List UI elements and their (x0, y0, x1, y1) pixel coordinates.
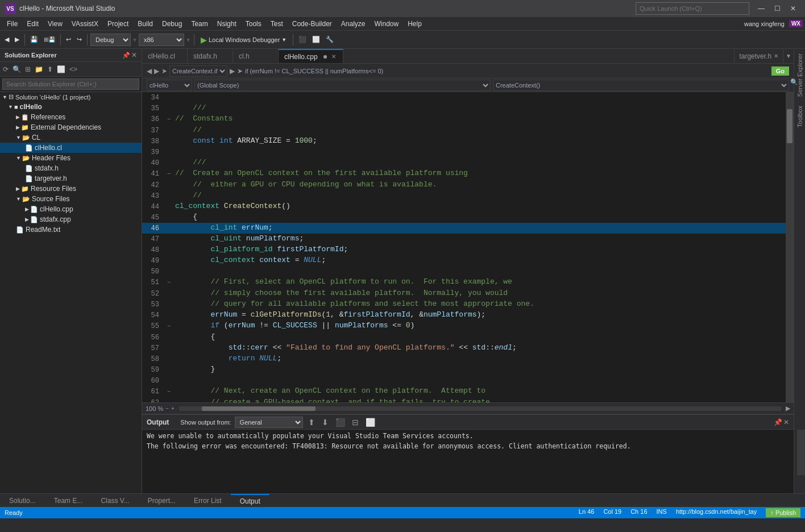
nav-forward-button[interactable]: ▶ (154, 67, 159, 75)
output-btn1[interactable]: ⬆ (306, 418, 317, 427)
maximize-button[interactable]: ☐ (770, 3, 785, 14)
menu-help[interactable]: Help (403, 19, 426, 29)
se-toolbar-btn1[interactable]: ⟳ (1, 65, 10, 73)
toolbar-btn-extra2[interactable]: ⬜ (310, 32, 322, 47)
bottom-tab-solution[interactable]: Solutio... (0, 494, 45, 507)
tab-clhello-cl[interactable]: clHello.cl (142, 49, 188, 63)
bottom-tab-properties[interactable]: Propert... (139, 494, 185, 507)
toolbar-undo-button[interactable]: ↩ (64, 32, 73, 47)
tab-overflow-button[interactable]: ▼ (783, 49, 794, 63)
breadcrumb-function-select[interactable]: CreateContext() (493, 80, 789, 91)
tab-targetver-h-close[interactable]: ✕ (774, 53, 778, 59)
close-button[interactable]: ✕ (786, 3, 800, 14)
tab-cl-h[interactable]: cl.h (233, 49, 279, 63)
scrollbar-thumb[interactable] (787, 109, 792, 143)
menu-build[interactable]: Build (133, 19, 157, 29)
menu-debug[interactable]: Debug (157, 19, 186, 29)
tree-stdafx-h[interactable]: 📄 stdafx.h (0, 163, 142, 173)
minimize-button[interactable]: — (754, 3, 769, 14)
solution-explorer: Solution Explorer 📌 ✕ ⟳ 🔍 ⊞ 📁 ⬆ ⬜ <> 🔍 (0, 49, 142, 493)
menu-analyze[interactable]: Analyze (337, 19, 370, 29)
menu-file[interactable]: File (2, 19, 22, 29)
menu-codebuilder[interactable]: Code-Builder (288, 19, 337, 29)
toolbar-forward-button[interactable]: ▶ (13, 32, 22, 47)
server-explorer-tab[interactable]: Server Explorer (795, 49, 805, 101)
bottom-tab-class[interactable]: Class V... (92, 494, 138, 507)
output-pin-button[interactable]: 📌 (774, 418, 782, 426)
se-toolbar-btn2[interactable]: 🔍 (11, 65, 23, 73)
bottom-tab-team[interactable]: Team E... (45, 494, 92, 507)
run-button[interactable]: ▶ Local Windows Debugger ▼ (197, 34, 290, 46)
vertical-scrollbar[interactable] (786, 92, 794, 402)
code-area[interactable]: 34 35 /// 36 − (142, 92, 786, 402)
output-source-dropdown[interactable]: General (235, 417, 303, 428)
quick-launch-input[interactable] (636, 2, 749, 15)
tab-clhello-cpp-close[interactable]: ✕ (330, 53, 337, 60)
se-search-input[interactable] (2, 78, 139, 90)
tree-targetver-h[interactable]: 📄 targetver.h (0, 173, 142, 184)
nav-back-button[interactable]: ◀ (147, 67, 152, 75)
breadcrumb-context-select[interactable]: clHello (147, 80, 192, 91)
tree-source-files[interactable]: ▼ 📂 Source Files (0, 194, 142, 204)
zoom-increase[interactable]: + (171, 405, 175, 412)
debug-config-dropdown[interactable]: Debug Release (90, 34, 131, 46)
tree-clhello-cpp[interactable]: ▶ 📄 clHello.cpp (0, 204, 142, 214)
tab-targetver-h[interactable]: targetver.h ✕ (734, 49, 783, 63)
menu-tools[interactable]: Tools (241, 19, 266, 29)
window-title: clHello - Microsoft Visual Studio (19, 5, 636, 13)
se-toolbar-btn5[interactable]: ⬆ (45, 65, 55, 73)
output-btn5[interactable]: ⬜ (364, 418, 377, 427)
menu-vassistx[interactable]: VAssistX (67, 19, 103, 29)
toolbar-redo-button[interactable]: ↪ (74, 32, 84, 47)
toolbar-save-all-button[interactable]: ⊞💾 (42, 32, 57, 47)
menu-edit[interactable]: Edit (22, 19, 43, 29)
output-btn2[interactable]: ⬇ (320, 418, 330, 427)
se-toolbar-btn4[interactable]: 📁 (33, 65, 45, 73)
toolbar-back-button[interactable]: ◀ (2, 32, 11, 47)
menu-window[interactable]: Window (370, 19, 404, 29)
toolbar-btn-extra3[interactable]: 🔧 (323, 32, 336, 47)
bottom-tab-errorlist[interactable]: Error List (185, 494, 231, 507)
tree-references[interactable]: ▶ 📋 References (0, 112, 142, 122)
code-line-36: 36 − // Constants (142, 114, 786, 125)
platform-dropdown[interactable]: x86 x64 (139, 34, 184, 46)
tree-resource-files[interactable]: ▶ 📁 Resource Files (0, 184, 142, 194)
bottom-tab-output[interactable]: Output (231, 494, 269, 507)
se-close-button[interactable]: ✕ (131, 51, 137, 59)
tree-cl-folder[interactable]: ▼ 📂 CL (0, 132, 142, 143)
menu-project[interactable]: Project (103, 19, 133, 29)
menu-test[interactable]: Test (266, 19, 288, 29)
toolbox-tab[interactable]: Toolbox (795, 101, 805, 132)
output-btn3[interactable]: ⬛ (334, 418, 347, 427)
status-ready: Ready (5, 509, 23, 516)
nav-go-button[interactable]: Go (771, 66, 789, 76)
output-btn4[interactable]: ⊟ (350, 418, 360, 427)
tab-clhello-cpp[interactable]: clHello.cpp ✕ (279, 49, 343, 63)
tree-header-files[interactable]: ▼ 📂 Header Files (0, 153, 142, 163)
se-collapse-button[interactable]: <> (68, 65, 79, 73)
nav-breadcrumb-dropdown[interactable]: CreateContext.if (169, 65, 227, 77)
toolbar-btn-extra1[interactable]: ⬛ (296, 32, 309, 47)
horizontal-scrollbar-thumb[interactable] (202, 406, 316, 411)
status-publish-button[interactable]: ↑ Publish (766, 508, 800, 517)
menu-team[interactable]: Team (186, 19, 212, 29)
tab-separator (343, 49, 735, 63)
tree-stdafx-cpp[interactable]: ▶ 📄 stdafx.cpp (0, 214, 142, 225)
nav-arrow2-button[interactable]: ➤ (237, 67, 243, 75)
bottom-tabs: Solutio... Team E... Class V... Propert.… (0, 493, 805, 507)
se-toolbar-btn6[interactable]: ⬜ (55, 65, 67, 73)
tree-external-deps[interactable]: ▶ 📁 External Dependencies (0, 122, 142, 132)
zoom-decrease[interactable]: − (165, 405, 169, 412)
menu-nsight[interactable]: Nsight (213, 19, 241, 29)
menu-view[interactable]: View (43, 19, 67, 29)
se-pin-button[interactable]: 📌 (122, 51, 130, 59)
tree-readme[interactable]: 📄 ReadMe.txt (0, 225, 142, 235)
toolbar-save-button[interactable]: 💾 (28, 32, 40, 47)
tree-project-clhello[interactable]: ▼ ■ clHello (0, 102, 142, 112)
tab-stdafx-h[interactable]: stdafx.h (188, 49, 233, 63)
output-close-button[interactable]: ✕ (783, 418, 789, 426)
breadcrumb-scope-select[interactable]: (Global Scope) (194, 80, 491, 91)
tree-clhello-cl[interactable]: 📄 clHello.cl (0, 143, 142, 153)
tree-solution[interactable]: ▼ ⊟ Solution 'clHello' (1 project) (0, 92, 142, 102)
se-toolbar-btn3[interactable]: ⊞ (23, 65, 32, 73)
